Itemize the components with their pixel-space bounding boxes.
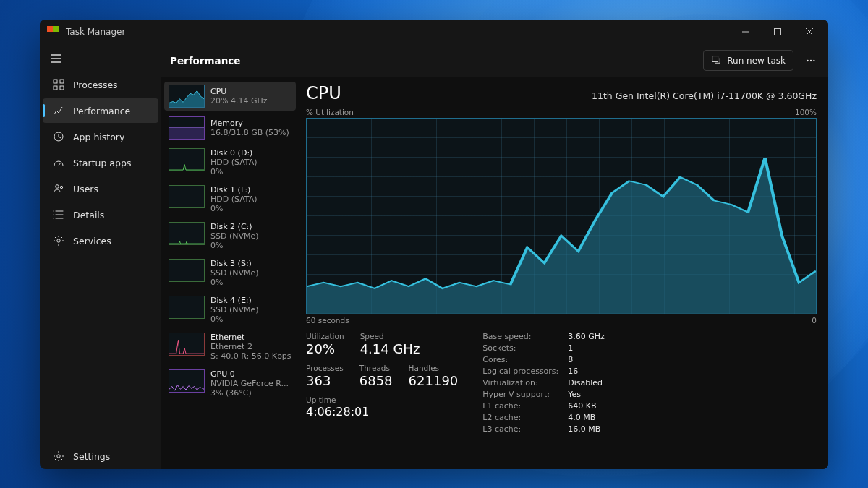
close-button[interactable] <box>793 20 825 44</box>
task-manager-window: Task Manager Processes Performance App h… <box>40 20 828 469</box>
minimize-button[interactable] <box>730 20 762 44</box>
sidebar-item-label: Settings <box>73 451 110 462</box>
app-icon <box>47 26 59 38</box>
svg-rect-10 <box>712 56 718 62</box>
svg-point-13 <box>813 59 814 61</box>
svg-rect-3 <box>54 86 57 90</box>
svg-rect-4 <box>60 86 64 90</box>
svg-rect-2 <box>60 80 64 83</box>
maximize-button[interactable] <box>762 20 793 44</box>
run-new-task-label: Run new task <box>727 56 786 66</box>
sidebar-item-users[interactable]: Users <box>43 176 158 201</box>
sidebar-item-app-history[interactable]: App history <box>43 124 158 149</box>
svg-point-7 <box>60 186 62 188</box>
sidebar-item-startup-apps[interactable]: Startup apps <box>43 150 158 175</box>
history-icon <box>53 131 64 142</box>
titlebar[interactable]: Task Manager <box>40 20 828 44</box>
sidebar-item-label: Services <box>73 236 111 247</box>
list-icon <box>53 209 64 221</box>
users-icon <box>53 183 64 194</box>
svg-point-11 <box>807 59 808 61</box>
resource-item-disk3[interactable]: Disk 3 (S:)SSD (NVMe)0% <box>164 256 296 290</box>
page-title: Performance <box>170 55 240 67</box>
gear-icon <box>53 235 64 247</box>
resource-item-disk0[interactable]: Disk 0 (D:)HDD (SATA)0% <box>164 145 296 179</box>
gauge-icon <box>53 157 64 168</box>
resource-item-disk2[interactable]: Disk 2 (C:)SSD (NVMe)0% <box>164 219 296 253</box>
chart-x-left: 60 seconds <box>306 316 349 325</box>
cpu-thumb <box>169 85 205 108</box>
detail-panel: CPU 11th Gen Intel(R) Core(TM) i7-11700K… <box>299 77 828 469</box>
chart-icon <box>53 105 64 116</box>
resource-item-disk4[interactable]: Disk 4 (E:)SSD (NVMe)0% <box>164 293 296 327</box>
resource-item-disk1[interactable]: Disk 1 (F:)HDD (SATA)0% <box>164 182 296 216</box>
resource-item-gpu[interactable]: GPU 0NVIDIA GeForce R...3% (36°C) <box>164 367 296 401</box>
sidebar-item-label: Details <box>73 210 104 221</box>
resource-list: CPU20% 4.14 GHz Memory16.8/31.8 GB (53%)… <box>161 77 299 469</box>
spec-table: Base speed:3.60 GHzSockets:1Cores:8Logic… <box>482 332 605 434</box>
run-task-icon <box>711 54 721 67</box>
stat-threads: 6858 <box>359 373 393 388</box>
svg-point-12 <box>810 59 812 61</box>
stat-speed: 4.14 GHz <box>360 341 420 356</box>
disk-thumb <box>169 222 205 245</box>
stat-uptime: 4:06:28:01 <box>306 405 458 419</box>
gpu-thumb <box>169 369 205 393</box>
sidebar-item-performance[interactable]: Performance <box>43 98 158 123</box>
sidebar: Processes Performance App history Startu… <box>40 44 161 469</box>
stat-processes: 363 <box>306 373 344 388</box>
chart-y-max: 100% <box>795 108 817 116</box>
chart-x-right: 0 <box>812 316 817 325</box>
sidebar-item-label: Startup apps <box>73 158 131 168</box>
disk-thumb <box>169 185 205 208</box>
disk-thumb <box>169 259 205 282</box>
detail-title: CPU <box>306 83 341 103</box>
svg-point-8 <box>57 239 60 242</box>
stat-utilization: 20% <box>306 341 344 356</box>
ethernet-thumb <box>169 333 205 356</box>
svg-rect-0 <box>775 29 781 35</box>
resource-item-cpu[interactable]: CPU20% 4.14 GHz <box>164 82 296 111</box>
resource-item-ethernet[interactable]: EthernetEthernet 2S: 40.0 R: 56.0 Kbps <box>164 330 296 364</box>
chart-y-label: % Utilization <box>306 108 354 116</box>
window-title: Task Manager <box>66 27 125 37</box>
svg-rect-14 <box>169 127 204 139</box>
settings-icon <box>53 450 64 462</box>
sidebar-item-settings[interactable]: Settings <box>43 444 158 468</box>
sidebar-item-processes[interactable]: Processes <box>43 72 158 97</box>
sidebar-item-label: Users <box>73 184 98 194</box>
disk-thumb <box>169 148 205 171</box>
more-button[interactable] <box>801 51 821 71</box>
stat-handles: 621190 <box>409 373 459 388</box>
svg-point-6 <box>56 185 59 189</box>
detail-subtitle: 11th Gen Intel(R) Core(TM) i7-11700K @ 3… <box>592 90 817 101</box>
sidebar-item-label: App history <box>73 132 124 142</box>
sidebar-item-services[interactable]: Services <box>43 228 158 253</box>
memory-thumb <box>169 116 205 140</box>
run-new-task-button[interactable]: Run new task <box>703 50 793 71</box>
grid-icon <box>53 79 64 90</box>
resource-item-memory[interactable]: Memory16.8/31.8 GB (53%) <box>164 114 296 142</box>
hamburger-button[interactable] <box>40 46 161 72</box>
svg-rect-1 <box>54 80 57 83</box>
cpu-chart[interactable] <box>306 118 817 314</box>
sidebar-item-label: Performance <box>73 106 130 116</box>
disk-thumb <box>169 296 205 319</box>
svg-point-9 <box>57 455 60 458</box>
sidebar-item-label: Processes <box>73 80 118 90</box>
sidebar-item-details[interactable]: Details <box>43 202 158 227</box>
toolbar: Performance Run new task <box>161 44 828 77</box>
